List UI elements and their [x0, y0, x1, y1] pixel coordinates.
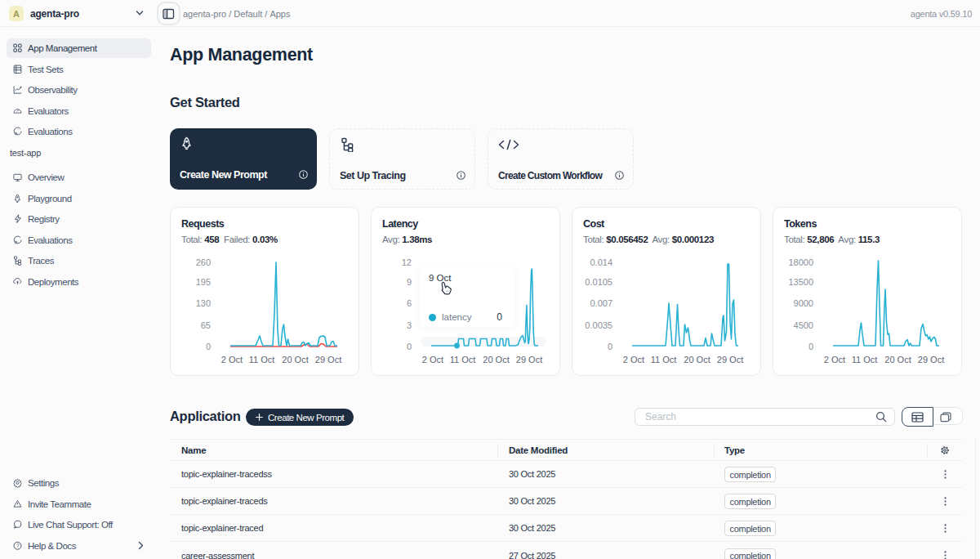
- svg-text:130: 130: [196, 298, 211, 308]
- svg-text:260: 260: [196, 257, 211, 267]
- svg-text:0.0035: 0.0035: [585, 320, 612, 330]
- svg-text:20 Oct: 20 Oct: [282, 355, 308, 364]
- svg-text:2 Oct: 2 Oct: [623, 355, 644, 364]
- svg-text:3: 3: [407, 320, 412, 330]
- svg-text:20 Oct: 20 Oct: [684, 355, 710, 364]
- svg-text:20 Oct: 20 Oct: [884, 355, 911, 364]
- svg-text:29 Oct: 29 Oct: [717, 355, 743, 364]
- svg-text:0: 0: [608, 342, 612, 351]
- svg-text:65: 65: [201, 320, 211, 330]
- svg-text:29 Oct: 29 Oct: [516, 355, 542, 364]
- svg-text:29 Oct: 29 Oct: [918, 355, 944, 364]
- svg-text:20 Oct: 20 Oct: [483, 355, 509, 364]
- svg-text:18000: 18000: [788, 257, 813, 267]
- svg-text:2 Oct: 2 Oct: [221, 355, 243, 364]
- svg-text:2 Oct: 2 Oct: [824, 355, 845, 364]
- svg-text:0: 0: [808, 342, 813, 351]
- svg-text:12: 12: [402, 257, 412, 267]
- svg-text:0.0105: 0.0105: [585, 277, 612, 287]
- svg-text:9000: 9000: [794, 298, 813, 308]
- svg-text:2 Oct: 2 Oct: [422, 355, 443, 364]
- svg-text:11 Oct: 11 Oct: [852, 355, 878, 364]
- svg-text:11 Oct: 11 Oct: [249, 355, 275, 364]
- svg-text:195: 195: [196, 277, 211, 287]
- svg-text:0: 0: [407, 342, 412, 351]
- svg-text:0.007: 0.007: [590, 298, 612, 308]
- svg-text:13500: 13500: [788, 277, 813, 287]
- svg-text:?: ?: [16, 543, 20, 548]
- svg-text:29 Oct: 29 Oct: [315, 355, 341, 364]
- svg-text:9: 9: [407, 277, 412, 287]
- svg-text:11 Oct: 11 Oct: [651, 355, 677, 364]
- svg-text:0: 0: [206, 342, 211, 351]
- svg-text:0.014: 0.014: [590, 257, 612, 267]
- svg-text:4500: 4500: [794, 320, 813, 330]
- svg-text:11 Oct: 11 Oct: [450, 355, 476, 364]
- svg-text:6: 6: [407, 298, 412, 308]
